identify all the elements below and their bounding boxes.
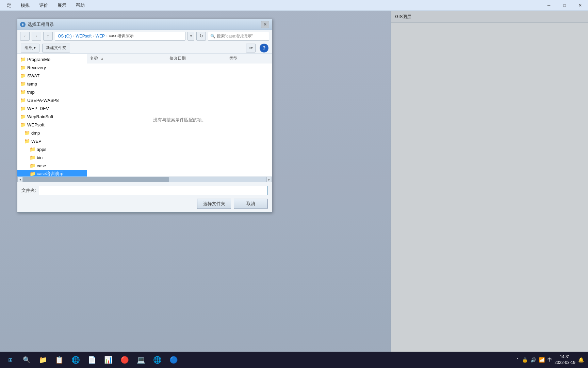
menu-item-display[interactable]: 展示 xyxy=(53,1,70,10)
dialog-close-button[interactable]: ✕ xyxy=(261,21,269,28)
breadcrumb-case: case培训演示 xyxy=(109,33,134,39)
menu-bar: 定 模拟 评价 展示 帮助 ─ □ ✕ xyxy=(0,0,588,11)
folder-icon: 📁 xyxy=(20,89,26,95)
tree-item-case[interactable]: 📁 case xyxy=(17,162,87,170)
tree-item-weprainsoft[interactable]: 📁 WepRainSoft xyxy=(17,112,87,121)
taskbar-icon-6[interactable]: 🔴 xyxy=(117,352,132,367)
tree-item-label: ProgramMe xyxy=(27,57,50,62)
tree-item-label: SWAT xyxy=(27,73,39,78)
tree-item-label: Recovery xyxy=(27,65,46,70)
tray-notification-icon[interactable]: 🔔 xyxy=(578,357,584,363)
tray-network-icon[interactable]: 📶 xyxy=(539,357,545,363)
tree-item-label: WEP_DEV xyxy=(27,106,49,111)
taskbar-search[interactable]: 🔍 xyxy=(19,352,34,367)
tree-item-wep-dev[interactable]: 📁 WEP_DEV xyxy=(17,104,87,112)
maximize-button[interactable]: □ xyxy=(557,0,572,11)
tree-item-tmp[interactable]: 📁 tmp xyxy=(17,88,87,96)
tray-volume-icon[interactable]: 🔊 xyxy=(530,357,536,363)
close-app-button[interactable]: ✕ xyxy=(572,0,588,11)
dialog-action-toolbar: 组织 ▾ 新建文件夹 ≡ ▾ ? xyxy=(17,42,272,54)
dialog-main: 📁 ProgramMe 📁 Recovery 📁 SWAT 📁 temp 📁 xyxy=(17,54,272,177)
menu-item-help[interactable]: 帮助 xyxy=(72,1,89,10)
cancel-button[interactable]: 取消 xyxy=(234,199,268,209)
dialog-titlebar: e 选择工程目录 ✕ xyxy=(17,19,272,30)
tree-item-programme[interactable]: 📁 ProgramMe xyxy=(17,55,87,63)
file-list: 名称 ▲ 修改日期 类型 没有与搜索条件匹配的项。 xyxy=(87,54,272,177)
tree-item-bin[interactable]: 📁 bin xyxy=(17,153,87,162)
search-input[interactable] xyxy=(217,34,268,39)
tray-security-icon: 🔒 xyxy=(522,357,528,363)
taskbar-icon-7[interactable]: 💻 xyxy=(133,352,148,367)
scroll-thumb xyxy=(23,177,169,182)
tree-item-label: temp xyxy=(27,81,37,87)
view-list-button[interactable]: ≡ ▾ xyxy=(246,44,256,52)
folder-icon: 📁 xyxy=(30,147,35,152)
file-dialog: e 选择工程目录 ✕ ‹ › ↑ OS (C:) › WEPsoft › WEP… xyxy=(17,19,272,213)
folder-icon: 📁 xyxy=(20,81,26,87)
file-list-empty-message: 没有与搜索条件匹配的项。 xyxy=(87,63,272,177)
breadcrumb-wep[interactable]: WEP xyxy=(96,34,105,39)
breadcrumb-c-drive[interactable]: OS (C:) xyxy=(58,34,72,39)
tree-item-case-training[interactable]: 📁 case培训演示 xyxy=(17,170,87,177)
scroll-track[interactable] xyxy=(23,177,266,182)
tree-item-dmp[interactable]: 📁 dmp xyxy=(17,129,87,137)
breadcrumb-dropdown[interactable]: ▾ xyxy=(187,32,194,41)
back-button[interactable]: ‹ xyxy=(20,32,30,41)
taskbar-icon-3[interactable]: 🌐 xyxy=(68,352,83,367)
folder-icon: 📁 xyxy=(20,114,26,119)
tree-item-recovery[interactable]: 📁 Recovery xyxy=(17,63,87,72)
folder-icon: 📁 xyxy=(20,73,26,78)
taskbar-icon-5[interactable]: 📊 xyxy=(101,352,116,367)
dialog-title: 选择工程目录 xyxy=(28,21,54,28)
horizontal-scrollbar[interactable]: ◂ ▸ xyxy=(17,177,272,182)
search-icon: 🔍 xyxy=(210,34,215,39)
taskbar: ⊞ 🔍 📁 📋 🌐 📄 📊 🔴 💻 🌐 🔵 ⌃ 🔒 🔊 📶 中 14:31 20… xyxy=(0,352,588,368)
folder-icon: 📁 xyxy=(20,97,26,103)
scroll-right-button[interactable]: ▸ xyxy=(266,177,272,182)
scroll-left-button[interactable]: ◂ xyxy=(17,177,23,182)
menu-item-ding[interactable]: 定 xyxy=(3,1,15,10)
up-button[interactable]: ↑ xyxy=(43,32,53,41)
tree-item-temp[interactable]: 📁 temp xyxy=(17,80,87,88)
system-tray: ⌃ 🔒 🔊 📶 中 14:31 2022-03-19 🔔 xyxy=(512,352,588,368)
tray-arrow-icon[interactable]: ⌃ xyxy=(516,357,519,362)
search-box: 🔍 xyxy=(208,32,269,41)
forward-button[interactable]: › xyxy=(32,32,41,41)
select-folder-button[interactable]: 选择文件夹 xyxy=(197,199,231,209)
tree-item-label: WEP xyxy=(31,139,42,144)
folder-icon: 📁 xyxy=(24,138,30,144)
folder-tree: 📁 ProgramMe 📁 Recovery 📁 SWAT 📁 temp 📁 xyxy=(17,54,87,177)
help-button[interactable]: ? xyxy=(260,44,268,52)
tray-time[interactable]: 14:31 2022-03-19 xyxy=(555,354,575,366)
taskbar-icon-8[interactable]: 🌐 xyxy=(150,352,165,367)
tree-item-wep[interactable]: 📁 WEP xyxy=(17,137,87,145)
col-type-header[interactable]: 类型 xyxy=(229,56,269,61)
folder-input-row: 文件夹: xyxy=(21,186,268,195)
dialog-buttons: 选择文件夹 取消 xyxy=(21,199,268,209)
tree-item-label: tmp xyxy=(27,90,35,95)
folder-input[interactable] xyxy=(39,186,268,195)
menu-item-evaluate[interactable]: 评价 xyxy=(35,1,52,10)
refresh-button[interactable]: ↻ xyxy=(196,32,206,41)
taskbar-icon-4[interactable]: 📄 xyxy=(84,352,99,367)
tree-item-wepsoft[interactable]: 📁 WEPsoft xyxy=(17,121,87,129)
col-name-header[interactable]: 名称 ▲ xyxy=(90,56,169,61)
tree-item-usepa[interactable]: 📁 USEPA-WASP8 xyxy=(17,96,87,104)
folder-icon: 📁 xyxy=(20,65,26,70)
tree-item-swat[interactable]: 📁 SWAT xyxy=(17,72,87,80)
folder-icon: 📁 xyxy=(30,171,35,177)
folder-icon: 📁 xyxy=(30,163,35,168)
minimize-button[interactable]: ─ xyxy=(541,0,557,11)
new-folder-button[interactable]: 新建文件夹 xyxy=(42,44,70,52)
tree-item-label: USEPA-WASP8 xyxy=(27,98,59,103)
taskbar-icon-9[interactable]: 🔵 xyxy=(166,352,181,367)
breadcrumb-wepsoft[interactable]: WEPsoft xyxy=(76,34,92,39)
taskbar-start[interactable]: ⊞ xyxy=(3,352,18,367)
tree-item-apps[interactable]: 📁 apps xyxy=(17,145,87,153)
taskbar-icon-2[interactable]: 📋 xyxy=(52,352,67,367)
taskbar-explorer[interactable]: 📁 xyxy=(35,352,50,367)
col-date-header[interactable]: 修改日期 xyxy=(169,56,229,61)
dialog-nav-toolbar: ‹ › ↑ OS (C:) › WEPsoft › WEP › case培训演示… xyxy=(17,30,272,42)
menu-item-simulate[interactable]: 模拟 xyxy=(17,1,34,10)
organize-button[interactable]: 组织 ▾ xyxy=(21,44,39,52)
